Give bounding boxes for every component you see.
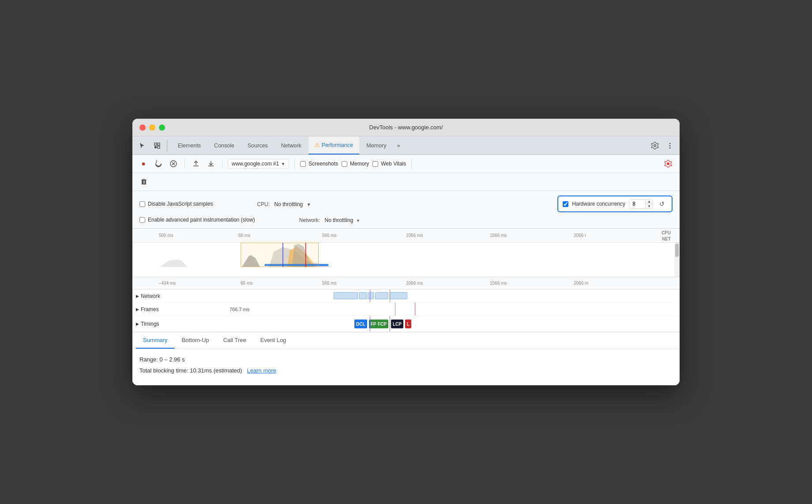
- titlebar: DevTools - www.google.com/: [132, 119, 680, 136]
- tab-summary-label: Summary: [143, 337, 168, 343]
- hw-concurrency-spinner: ▲ ▼: [629, 199, 653, 209]
- timeline-area: 500 ms 66 ms 566 ms 1066 ms 1566 ms 2066…: [132, 229, 680, 332]
- network-track-label[interactable]: ▶ Network: [136, 293, 224, 299]
- bottom-panel: Summary Bottom-Up Call Tree Event Log Ra…: [132, 332, 680, 385]
- cpu-net-chart[interactable]: [132, 243, 680, 277]
- minimize-button[interactable]: [149, 124, 155, 131]
- svg-rect-0: [154, 143, 157, 145]
- close-button[interactable]: [139, 124, 146, 131]
- timings-expand-icon: ▶: [136, 322, 139, 326]
- network-bar-2: [359, 292, 367, 299]
- tab-event-log-label: Event Log: [260, 337, 286, 343]
- dcl-badge: DCL: [354, 320, 367, 328]
- tab-performance[interactable]: ⚠ Performance: [308, 136, 360, 154]
- cursor-icon[interactable]: [136, 139, 148, 152]
- tab-elements[interactable]: Elements: [172, 136, 207, 154]
- enable-paint-checkbox[interactable]: [139, 217, 145, 223]
- scrollbar-thumb-top[interactable]: [675, 244, 679, 257]
- traffic-lights: [139, 124, 165, 131]
- tab-memory[interactable]: Memory: [360, 136, 392, 154]
- hw-concurrency-label: Hardware concurrency: [572, 201, 625, 207]
- url-selector[interactable]: www.google.com #1 ▼: [228, 159, 289, 169]
- blocking-time-text: Total blocking time: 10.31ms (estimated)…: [139, 367, 673, 374]
- tabs-bar: Elements Console Sources Network ⚠ Perfo…: [132, 136, 680, 155]
- enable-paint-checkbox-group: Enable advanced paint instrumentation (s…: [139, 217, 255, 223]
- bottom-ruler-2066ms: 2066 m: [574, 281, 588, 286]
- learn-more-link[interactable]: Learn more: [247, 367, 276, 374]
- tab-call-tree[interactable]: Call Tree: [216, 332, 253, 349]
- vline-blue-timings: [370, 316, 370, 331]
- download-button[interactable]: [205, 158, 217, 169]
- tab-call-tree-label: Call Tree: [223, 337, 246, 343]
- warning-icon: ⚠: [315, 142, 320, 148]
- frames-expand-icon: ▶: [136, 307, 139, 312]
- spinner-down-button[interactable]: ▼: [646, 204, 653, 208]
- fcp-badge: FCP: [376, 320, 388, 328]
- frames-track-text: Frames: [141, 306, 159, 312]
- bottom-ruler-66ms: 66 ms: [241, 281, 252, 286]
- cpu-value: No throttling: [274, 201, 303, 207]
- frames-track-label[interactable]: ▶ Frames: [136, 306, 224, 312]
- toolbar-row-2: [132, 173, 680, 191]
- hardware-concurrency-box: Hardware concurrency ▲ ▼ ↺: [557, 196, 673, 212]
- inspect-element-icon[interactable]: [151, 139, 163, 152]
- maximize-button[interactable]: [159, 124, 165, 131]
- url-value: www.google.com #1: [232, 161, 279, 167]
- tab-sources[interactable]: Sources: [241, 136, 274, 154]
- cpu-label: CPU:: [257, 201, 270, 207]
- disable-js-checkbox-group: Disable JavaScript samples: [139, 201, 213, 207]
- toolbar-separator-4: [411, 159, 412, 169]
- network-dropdown-arrow: ▾: [357, 218, 359, 223]
- tab-console-label: Console: [214, 143, 234, 149]
- bottom-time-ruler: –434 ms 66 ms 566 ms 1066 ms 1566 ms 206…: [132, 277, 680, 290]
- window-title: DevTools - www.google.com/: [369, 124, 443, 131]
- vline-red-network: [390, 290, 390, 302]
- more-options-icon[interactable]: [664, 139, 676, 152]
- delete-button[interactable]: [138, 176, 150, 188]
- tab-summary[interactable]: Summary: [136, 332, 175, 349]
- spinner-up-button[interactable]: ▲: [646, 199, 653, 204]
- tab-icons: [136, 139, 167, 152]
- ruler-label-1066ms-top: 1066 ms: [406, 233, 423, 238]
- settings-row-1: Disable JavaScript samples CPU: No throt…: [139, 196, 673, 212]
- vertical-scrollbar[interactable]: [674, 243, 680, 277]
- settings-icon-button[interactable]: [662, 158, 674, 170]
- tab-network[interactable]: Network: [275, 136, 308, 154]
- clear-button[interactable]: [168, 158, 179, 169]
- hw-concurrency-checkbox[interactable]: [563, 201, 568, 207]
- network-value: No throttling: [325, 217, 353, 223]
- tab-network-label: Network: [281, 143, 301, 149]
- network-track-text: Network: [141, 293, 160, 299]
- bottom-ruler-1066ms: 1066 ms: [406, 281, 423, 286]
- network-bar-5: [390, 292, 407, 299]
- refresh-record-button[interactable]: [153, 158, 164, 169]
- tab-console[interactable]: Console: [208, 136, 241, 154]
- disable-js-checkbox[interactable]: [139, 201, 145, 207]
- reset-hw-concurrency-button[interactable]: ↺: [657, 199, 667, 209]
- tab-bottom-up[interactable]: Bottom-Up: [175, 332, 216, 349]
- disable-js-label: Disable JavaScript samples: [148, 201, 213, 207]
- timings-track-label[interactable]: ▶ Timings: [136, 321, 224, 327]
- svg-rect-11: [241, 243, 319, 267]
- settings-gear-icon[interactable]: [649, 139, 661, 152]
- network-track-content: [224, 290, 680, 302]
- timings-track-content: DCL FP FCP LCP L: [224, 316, 680, 331]
- screenshots-checkbox[interactable]: [300, 161, 306, 167]
- toolbar-row-1: ● www.google.com #1 ▼ Screenshots: [138, 158, 674, 170]
- network-track: ▶ Network: [132, 290, 680, 303]
- record-button[interactable]: ●: [138, 158, 149, 169]
- hw-concurrency-input[interactable]: [629, 200, 645, 208]
- memory-checkbox-group: Memory: [342, 161, 369, 167]
- web-vitals-label: Web Vitals: [381, 161, 406, 167]
- ruler-label-66ms: 66 ms: [238, 233, 250, 238]
- more-tabs-button[interactable]: »: [393, 139, 403, 151]
- web-vitals-checkbox[interactable]: [372, 161, 378, 167]
- upload-button[interactable]: [190, 158, 202, 169]
- memory-checkbox[interactable]: [342, 161, 347, 167]
- tabs-right-icons: [649, 139, 676, 152]
- cpu-chart-svg: [132, 243, 680, 267]
- url-dropdown-arrow: ▼: [281, 162, 285, 166]
- network-bar-4: [375, 292, 388, 299]
- tab-event-log[interactable]: Event Log: [253, 332, 293, 349]
- network-label: Network:: [299, 217, 320, 223]
